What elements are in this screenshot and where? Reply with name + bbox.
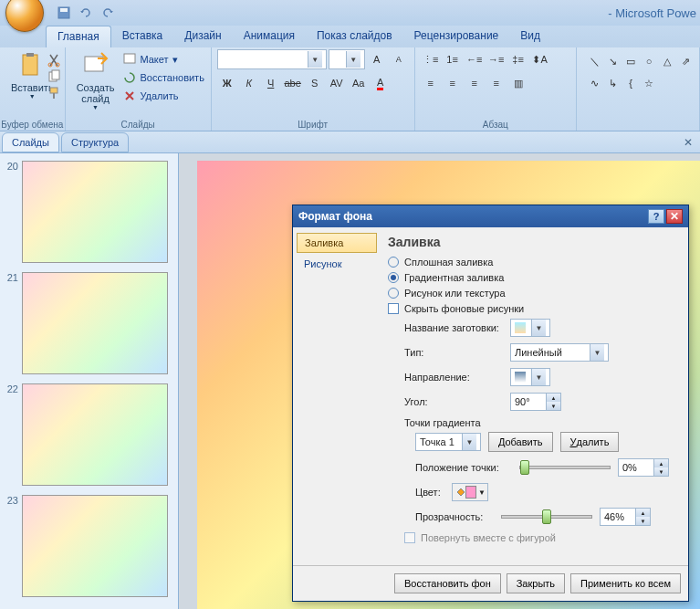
shape-oval[interactable]: ○: [639, 51, 659, 71]
reset-background-button[interactable]: Восстановить фон: [394, 573, 501, 593]
underline-button[interactable]: Ч: [261, 73, 281, 93]
tab-animation[interactable]: Анимация: [233, 26, 306, 47]
radio-icon: [388, 257, 399, 268]
italic-button[interactable]: К: [239, 73, 259, 93]
group-clipboard: Вставить ▼ Буфер обмена: [0, 47, 66, 131]
pane-tab-slides[interactable]: Слайды: [2, 132, 59, 152]
radio-icon: [388, 272, 399, 283]
radio-gradient-fill[interactable]: Градиентная заливка: [388, 272, 674, 283]
layout-button[interactable]: Макет ▾: [121, 51, 205, 68]
remove-stop-button[interactable]: Удалить: [560, 432, 620, 452]
font-family-combo[interactable]: ▼: [217, 49, 327, 69]
check-hide-graphics[interactable]: Скрыть фоновые рисунки: [388, 303, 674, 314]
justify-button[interactable]: ≡: [486, 73, 507, 93]
grow-font-button[interactable]: A: [367, 49, 387, 69]
new-slide-label: Создать слайд: [77, 82, 115, 104]
tab-review[interactable]: Рецензирование: [403, 26, 510, 47]
pane-close-button[interactable]: ✕: [684, 136, 693, 149]
pane-tab-outline[interactable]: Структура: [61, 132, 129, 152]
quick-access-toolbar: [57, 5, 115, 20]
shape-brace[interactable]: {: [621, 73, 641, 93]
color-label: Цвет:: [415, 487, 452, 498]
close-button[interactable]: ✕: [666, 209, 683, 224]
shape-triangle[interactable]: △: [657, 51, 677, 71]
shape-curve[interactable]: ∿: [584, 73, 604, 93]
apply-all-button[interactable]: Применить ко всем: [570, 573, 681, 593]
ribbon: Вставить ▼ Буфер обмена Создать слайд ▼ …: [0, 47, 700, 131]
tab-slideshow[interactable]: Показ слайдов: [306, 26, 403, 47]
radio-icon: [388, 288, 399, 299]
reset-button[interactable]: Восстановить: [121, 69, 205, 86]
angle-spinner[interactable]: 90°▲▼: [510, 393, 561, 411]
shape-more[interactable]: ⇗: [675, 51, 695, 71]
help-button[interactable]: ?: [648, 209, 664, 224]
shrink-font-button[interactable]: A: [389, 49, 409, 69]
add-stop-button[interactable]: Добавить: [488, 432, 553, 452]
shape-star[interactable]: ☆: [639, 73, 659, 93]
font-size-combo[interactable]: ▼: [329, 49, 365, 69]
change-case-button[interactable]: Aa: [349, 73, 369, 93]
strike-button[interactable]: abe: [283, 73, 303, 93]
transparency-label: Прозрачность:: [415, 511, 494, 522]
tab-design[interactable]: Дизайн: [173, 26, 232, 47]
numbering-button[interactable]: 1≡: [443, 49, 463, 69]
align-center-button[interactable]: ≡: [443, 73, 463, 93]
direction-dropdown[interactable]: ▼: [510, 368, 550, 386]
line-spacing-button[interactable]: ‡≡: [508, 49, 528, 69]
thumb-preview: [22, 161, 168, 263]
char-spacing-button[interactable]: AV: [327, 73, 347, 93]
font-color-button[interactable]: A: [371, 73, 391, 93]
format-painter-icon[interactable]: [47, 86, 61, 100]
undo-icon[interactable]: [78, 5, 93, 20]
align-right-button[interactable]: ≡: [465, 73, 485, 93]
transparency-slider[interactable]: [501, 515, 592, 519]
tab-view[interactable]: Вид: [509, 26, 551, 47]
new-slide-button[interactable]: Создать слайд ▼: [71, 49, 120, 112]
preset-dropdown[interactable]: ▼: [510, 319, 550, 337]
nav-fill[interactable]: Заливка: [297, 233, 377, 253]
copy-icon[interactable]: [47, 69, 61, 84]
thumbnail-item[interactable]: 20: [4, 161, 174, 263]
radio-picture-fill[interactable]: Рисунок или текстура: [388, 288, 674, 299]
shape-arrow[interactable]: ↘: [602, 51, 622, 71]
svg-rect-3: [26, 53, 34, 57]
columns-button[interactable]: ▥: [508, 73, 528, 93]
group-slides: Создать слайд ▼ Макет ▾ Восстановить Уда…: [66, 47, 212, 131]
svg-rect-9: [53, 93, 55, 99]
svg-rect-1: [60, 8, 68, 12]
nav-picture[interactable]: Рисунок: [297, 255, 377, 273]
dialog-titlebar[interactable]: Формат фона ? ✕: [293, 205, 688, 227]
indent-inc-button[interactable]: →≡: [486, 49, 507, 69]
thumbnail-item[interactable]: 22: [4, 383, 174, 486]
transparency-spinner[interactable]: 46%▲▼: [600, 508, 651, 526]
thumbnail-item[interactable]: 23: [4, 495, 174, 597]
tab-insert[interactable]: Вставка: [111, 26, 174, 47]
thumb-preview: [22, 383, 168, 486]
text-direction-button[interactable]: ⬍A: [530, 49, 550, 69]
indent-dec-button[interactable]: ←≡: [465, 49, 485, 69]
shape-connector[interactable]: ↳: [602, 73, 622, 93]
preset-label: Название заготовки:: [404, 322, 510, 333]
cut-icon[interactable]: [47, 53, 61, 68]
shape-rect[interactable]: ▭: [621, 51, 641, 71]
shape-line[interactable]: ＼: [584, 51, 604, 71]
bold-button[interactable]: Ж: [217, 73, 237, 93]
checkbox-icon: [388, 303, 399, 314]
shadow-button[interactable]: S: [305, 73, 325, 93]
radio-solid-fill[interactable]: Сплошная заливка: [388, 257, 674, 268]
thumbnail-item[interactable]: 21: [4, 272, 174, 374]
position-slider[interactable]: [519, 466, 611, 469]
dialog-close-button[interactable]: Закрыть: [507, 573, 565, 593]
tab-home[interactable]: Главная: [46, 26, 111, 47]
delete-button[interactable]: Удалить: [121, 88, 205, 104]
direction-label: Направление:: [404, 372, 510, 383]
svg-rect-8: [50, 88, 57, 93]
color-picker[interactable]: ▼: [452, 483, 488, 501]
position-spinner[interactable]: 0%▲▼: [618, 458, 669, 477]
redo-icon[interactable]: [100, 5, 115, 20]
align-left-button[interactable]: ≡: [421, 73, 441, 93]
stop-dropdown[interactable]: Точка 1▼: [415, 433, 481, 451]
bullets-button[interactable]: ⋮≡: [421, 49, 441, 69]
save-icon[interactable]: [57, 5, 71, 20]
type-dropdown[interactable]: Линейный▼: [510, 343, 609, 362]
